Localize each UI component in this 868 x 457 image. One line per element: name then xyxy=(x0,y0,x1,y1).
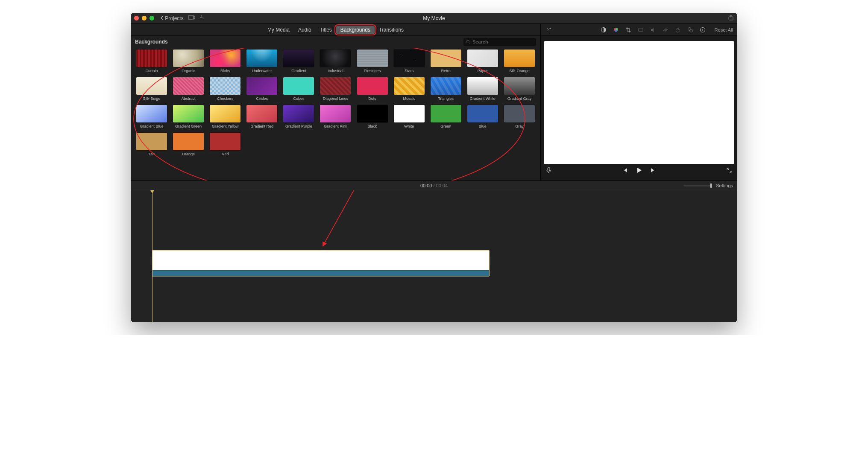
minimize-window-button[interactable] xyxy=(142,16,147,20)
share-button[interactable] xyxy=(728,15,734,22)
background-item-silk-orange[interactable]: Silk-Orange xyxy=(504,49,535,73)
upper-panel: My Media Audio Titles Backgrounds Transi… xyxy=(131,24,737,181)
background-item-gradient-green[interactable]: Gradient Green xyxy=(173,105,204,128)
background-thumb xyxy=(357,105,388,122)
background-item-organic[interactable]: Organic xyxy=(173,49,204,73)
background-item-stars[interactable]: Stars xyxy=(393,49,425,73)
background-thumb xyxy=(504,49,535,67)
filters-icon[interactable] xyxy=(687,26,694,33)
background-item-abstract[interactable]: Abstract xyxy=(173,77,204,101)
background-thumb xyxy=(210,133,240,150)
background-item-white[interactable]: White xyxy=(393,105,425,128)
background-label: Curtain xyxy=(146,69,158,73)
preview-canvas-wrap xyxy=(541,36,737,180)
speed-icon[interactable] xyxy=(675,26,681,33)
background-item-industrial[interactable]: Industrial xyxy=(320,49,351,73)
background-item-gradient-white[interactable]: Gradient White xyxy=(467,77,499,101)
play-button[interactable] xyxy=(636,167,642,175)
projects-back-button[interactable]: Projects xyxy=(160,15,184,21)
stabilize-icon[interactable] xyxy=(638,26,644,33)
background-label: Diagonal Lines xyxy=(323,96,349,101)
background-item-retro[interactable]: Retro xyxy=(430,49,462,73)
background-item-diagonal-lines[interactable]: Diagonal Lines xyxy=(320,77,351,101)
background-thumb xyxy=(136,77,167,95)
background-item-gradient[interactable]: Gradient xyxy=(283,49,314,73)
color-correction-icon[interactable] xyxy=(613,26,619,33)
info-icon[interactable]: i xyxy=(700,26,706,33)
timeline[interactable] xyxy=(131,190,737,322)
tab-transitions[interactable]: Transitions xyxy=(375,26,408,34)
background-item-tan[interactable]: Tan xyxy=(136,133,167,156)
import-media-button[interactable] xyxy=(188,15,195,22)
tab-audio[interactable]: Audio xyxy=(294,26,316,34)
background-item-paper[interactable]: Paper xyxy=(467,49,499,73)
background-item-red[interactable]: Red xyxy=(209,133,241,156)
background-label: Tan xyxy=(149,152,155,156)
search-placeholder: Search xyxy=(472,39,488,44)
background-label: Mosaic xyxy=(403,96,415,101)
search-input[interactable]: Search xyxy=(463,38,536,46)
background-item-circles[interactable]: Circles xyxy=(246,77,278,101)
tab-backgrounds[interactable]: Backgrounds xyxy=(336,26,375,34)
crop-icon[interactable] xyxy=(625,26,632,33)
timeline-zoom-slider[interactable] xyxy=(683,185,712,186)
next-frame-button[interactable] xyxy=(650,167,656,175)
background-item-black[interactable]: Black xyxy=(357,105,388,128)
reset-all-button[interactable]: Reset All xyxy=(715,27,733,32)
download-icon[interactable] xyxy=(199,15,203,21)
background-item-dots[interactable]: Dots xyxy=(357,77,388,101)
viewer-toolbar: i Reset All xyxy=(541,24,737,36)
magic-wand-icon[interactable] xyxy=(545,26,551,33)
fullscreen-preview-icon[interactable] xyxy=(726,167,732,175)
background-item-gray[interactable]: Gray xyxy=(504,105,535,128)
background-label: Black xyxy=(368,124,377,128)
background-label: Gradient xyxy=(291,69,306,73)
background-item-triangles[interactable]: Triangles xyxy=(430,77,462,101)
background-label: Abstract xyxy=(182,96,196,101)
background-thumb xyxy=(283,77,314,95)
background-item-gradient-blue[interactable]: Gradient Blue xyxy=(136,105,167,128)
background-thumb xyxy=(246,105,277,122)
background-thumb xyxy=(210,77,240,95)
prev-frame-button[interactable] xyxy=(622,167,628,175)
close-window-button[interactable] xyxy=(134,16,139,20)
background-item-blobs[interactable]: Blobs xyxy=(209,49,241,73)
background-item-pinstripes[interactable]: Pinstripes xyxy=(357,49,388,73)
fullscreen-window-button[interactable] xyxy=(150,16,154,20)
playback-controls xyxy=(544,164,734,178)
background-item-blue[interactable]: Blue xyxy=(467,105,499,128)
preview-canvas[interactable] xyxy=(544,41,734,164)
clip-trim-left[interactable] xyxy=(150,256,152,265)
tab-titles[interactable]: Titles xyxy=(316,26,336,34)
background-item-gradient-yellow[interactable]: Gradient Yellow xyxy=(209,105,241,128)
voiceover-icon[interactable] xyxy=(546,167,551,175)
background-item-cubes[interactable]: Cubes xyxy=(283,77,314,101)
background-item-checkers[interactable]: Checkers xyxy=(209,77,241,101)
background-item-mosaic[interactable]: Mosaic xyxy=(393,77,425,101)
background-label: Silk-Beige xyxy=(143,96,161,101)
noise-reduction-icon[interactable] xyxy=(663,26,669,33)
color-balance-icon[interactable] xyxy=(601,26,607,33)
background-thumb xyxy=(394,105,425,122)
background-item-gradient-purple[interactable]: Gradient Purple xyxy=(283,105,314,128)
svg-text:i: i xyxy=(702,28,703,32)
clip-trim-right[interactable] xyxy=(490,256,491,265)
background-thumb xyxy=(283,105,314,122)
background-item-gradient-pink[interactable]: Gradient Pink xyxy=(320,105,351,128)
project-title: My Movie xyxy=(131,15,737,21)
background-item-curtain[interactable]: Curtain xyxy=(136,49,167,73)
background-item-green[interactable]: Green xyxy=(430,105,462,128)
clip-audio-track[interactable] xyxy=(152,270,489,276)
background-label: Blue xyxy=(479,124,487,128)
background-item-silk-beige[interactable]: Silk-Beige xyxy=(136,77,167,101)
timeline-clip[interactable] xyxy=(152,250,490,277)
background-item-underwater[interactable]: Underwater xyxy=(246,49,278,73)
background-item-orange[interactable]: Orange xyxy=(173,133,204,156)
volume-icon[interactable] xyxy=(650,26,657,33)
preview-viewer: i Reset All xyxy=(541,24,737,180)
background-item-gradient-red[interactable]: Gradient Red xyxy=(246,105,278,128)
background-thumb xyxy=(467,77,498,95)
tab-my-media[interactable]: My Media xyxy=(263,26,294,34)
background-item-gradient-gray[interactable]: Gradient Gray xyxy=(504,77,535,101)
background-thumb xyxy=(431,77,461,95)
